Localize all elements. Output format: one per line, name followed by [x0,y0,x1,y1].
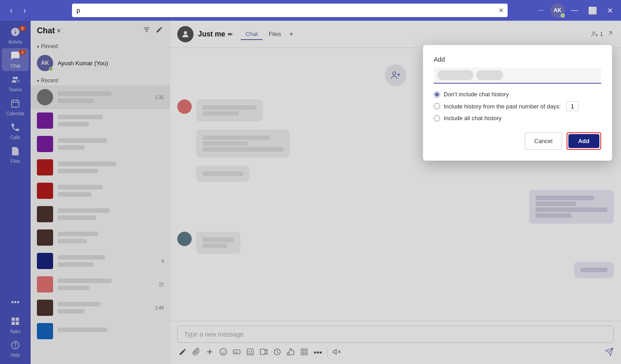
modal-buttons: Cancel Add [434,132,601,150]
online-indicator [561,13,565,18]
radio-no-history[interactable]: Don't include chat history [434,91,601,98]
add-people-input[interactable] [506,72,598,79]
radio-no-history-input[interactable] [434,91,440,98]
modal-title: Add [434,56,601,63]
title-bar: ‹ › ✕ ··· AK — ⬜ ✕ [0,0,621,21]
close-button[interactable]: ✕ [603,4,616,17]
search-bar: ✕ [72,4,508,17]
modal-input-container [434,67,601,84]
modal-add-button[interactable]: Add [568,134,599,148]
search-clear-icon[interactable]: ✕ [499,7,504,14]
search-input[interactable] [72,4,508,17]
radio-include-all[interactable]: Include all chat history [434,115,601,121]
minimize-button[interactable]: — [567,4,582,16]
modal-cancel-button[interactable]: Cancel [525,132,562,150]
input-chip-blur [437,70,473,80]
forward-button[interactable]: › [20,4,30,17]
user-avatar[interactable]: AK [550,3,565,18]
add-people-dialog: Add Don't include chat history Include h… [423,45,612,161]
radio-include-days-input[interactable] [434,103,440,109]
days-input[interactable] [566,101,579,111]
maximize-button[interactable]: ⬜ [585,4,601,17]
title-bar-actions: ··· AK — ⬜ ✕ [535,3,616,18]
radio-include-days[interactable]: Include history from the past number of … [434,101,601,111]
add-button-wrapper: Add [567,132,601,150]
input-chip-blur2 [476,70,503,80]
more-options-button[interactable]: ··· [535,4,548,16]
modal-radio-group: Don't include chat history Include histo… [434,91,601,121]
radio-include-all-input[interactable] [434,115,440,121]
back-button[interactable]: ‹ [6,4,16,17]
